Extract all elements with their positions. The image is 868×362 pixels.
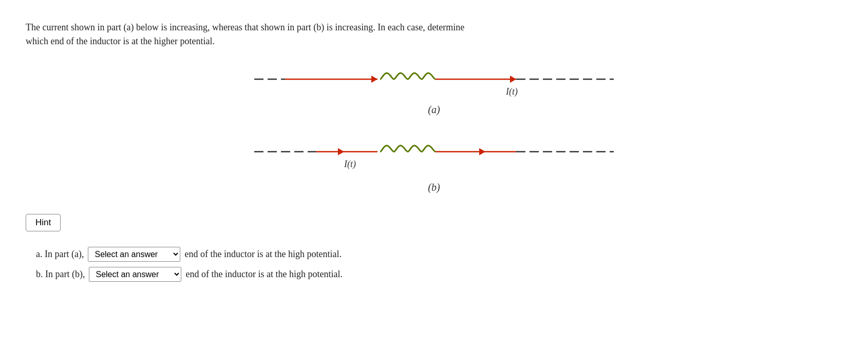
question-text: The current shown in part (a) below is i… [26, 21, 488, 48]
answer-a-prefix: a. In part (a), [36, 249, 84, 260]
answer-row-a: a. In part (a), Select an answer The lef… [36, 247, 842, 262]
circuit-a-svg: I(t) [254, 64, 614, 100]
svg-text:I(t): I(t) [344, 159, 356, 170]
circuit-b-svg: I(t) [254, 136, 614, 177]
diagram-part-a: I(t) (a) [254, 64, 614, 116]
answers-section: a. In part (a), Select an answer The lef… [36, 247, 842, 282]
diagrams-container: I(t) (a) [26, 64, 842, 193]
hint-button[interactable]: Hint [26, 214, 61, 231]
answer-row-b: b. In part (b), Select an answer The lef… [36, 267, 842, 282]
answer-b-prefix: b. In part (b), [36, 269, 85, 280]
answer-a-suffix: end of the inductor is at the high poten… [184, 249, 341, 260]
svg-marker-12 [479, 148, 485, 155]
svg-marker-2 [371, 76, 378, 83]
diagram-a-label: (a) [428, 104, 440, 116]
svg-text:I(t): I(t) [505, 86, 518, 97]
diagram-part-b: I(t) (b) [254, 136, 614, 193]
answer-a-select[interactable]: Select an answer The left The right [88, 247, 180, 262]
svg-marker-10 [338, 148, 344, 155]
answer-b-suffix: end of the inductor is at the high poten… [185, 269, 342, 280]
answer-b-select[interactable]: Select an answer The left The right [89, 267, 181, 282]
diagram-b-label: (b) [428, 182, 440, 193]
svg-marker-4 [510, 76, 516, 83]
